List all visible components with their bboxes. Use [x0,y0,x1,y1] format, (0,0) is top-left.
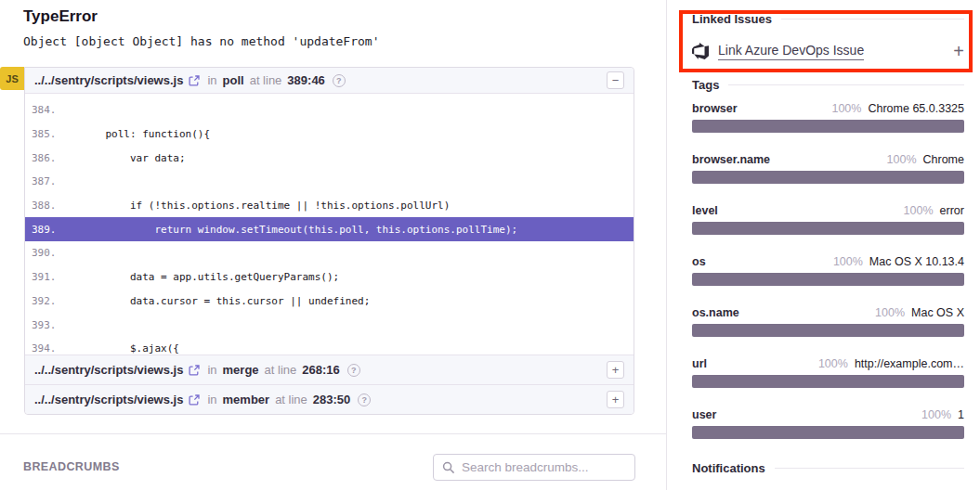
tag-distribution-bar[interactable] [692,273,964,286]
issue-detail-page: TypeError Object [object Object] has no … [0,0,980,490]
search-icon [442,461,455,474]
frame-file-link[interactable]: ../../sentry/scripts/views.js [34,393,183,406]
tag-distribution-bar[interactable] [692,324,964,337]
tag-row: browser 100% Chrome 65.0.3325 [692,102,964,115]
code-line: 385. poll: function(){ [25,122,634,147]
tag-row: url 100% http://example.com… [692,357,964,370]
tag-item: os 100% Mac OS X 10.13.4 [692,255,964,306]
linked-issues-title: Linked Issues [692,12,772,26]
header-rule [728,84,964,85]
stack-frame-header-merge[interactable]: ../../sentry/scripts/views.js in merge a… [25,355,634,384]
help-icon[interactable]: ? [333,74,346,87]
line-number: 388. [25,200,57,212]
search-input[interactable] [462,460,626,474]
line-number: 393. [25,319,57,331]
tag-list: browser 100% Chrome 65.0.3325 browser.na… [692,102,964,459]
frame-in-label: in [207,363,216,377]
frame-function-name: poll [223,73,244,87]
linked-issues-section-header: Linked Issues [692,12,964,26]
line-source: if (!this.options.realtime || !this.opti… [57,200,451,212]
error-type-title: TypeError [23,7,98,26]
tag-key: browser.name [692,153,770,166]
tag-value: http://example.com… [855,357,964,370]
line-source: $.ajax({ [57,342,179,355]
line-number: 392. [25,295,57,307]
open-in-new-icon[interactable] [189,365,200,376]
frame-file-link[interactable]: ../../sentry/scripts/views.js [34,363,183,377]
code-line: 388. if (!this.options.realtime || !this… [25,194,634,218]
tag-percent: 100% [875,306,905,319]
line-source: data = app.utils.getQueryParams(); [57,271,340,283]
expand-frame-button[interactable]: + [607,391,624,408]
collapse-frame-button[interactable]: − [607,71,624,89]
open-in-new-icon[interactable] [189,394,200,406]
tag-key: os [692,255,706,268]
header-rule [781,19,964,19]
code-line: 391. data = app.utils.getQueryParams(); [25,265,634,290]
tag-item: os.name 100% Mac OS X [692,306,964,357]
line-source: poll: function(){ [57,128,211,140]
frame-in-label: in [207,393,216,406]
frame-line-number: 268:16 [302,363,339,377]
tag-key: level [692,204,718,217]
tag-distribution-bar[interactable] [692,426,964,439]
frame-atline-label: at line [265,363,297,377]
frame-atline-label: at line [250,73,282,87]
tag-item: level 100% error [692,204,964,255]
code-line: 390. [25,241,634,265]
tag-value: error [940,204,964,217]
tag-value: Mac OS X [911,306,964,319]
tag-distribution-bar[interactable] [692,222,964,235]
line-source: return window.setTimeout(this.poll, this… [57,224,518,236]
linked-issues-row: Link Azure DevOps Issue + [692,39,964,63]
tag-distribution-bar[interactable] [692,375,964,388]
help-icon[interactable]: ? [347,364,360,377]
code-line: 393. [25,313,634,337]
tag-distribution-bar[interactable] [692,120,964,133]
section-divider [0,433,666,434]
code-line: 394. $.ajax({ [25,337,634,355]
link-azure-devops-issue-link[interactable]: Link Azure DevOps Issue [718,43,864,60]
tag-value: Mac OS X 10.13.4 [869,255,964,268]
tags-section-header: Tags [692,78,964,92]
tag-distribution-bar[interactable] [692,171,964,184]
language-badge: JS [0,67,24,90]
code-line: 387. [25,170,634,194]
code-line: 384. [25,98,634,122]
tag-percent: 100% [904,204,934,217]
azure-devops-icon [692,43,709,59]
code-line: 389. return window.setTimeout(this.poll,… [25,217,634,241]
add-linked-issue-button[interactable]: + [953,41,964,62]
line-number: 391. [25,271,57,283]
line-number: 387. [25,175,57,187]
tag-percent: 100% [831,102,861,115]
open-in-new-icon[interactable] [189,75,200,86]
line-number: 389. [25,224,57,236]
tag-value: Chrome 65.0.3325 [868,102,964,115]
line-number: 394. [25,342,57,355]
notifications-section-header: Notifications [692,461,964,475]
tag-value: Chrome [923,153,964,166]
code-snippet: 384. 385. poll: function(){ 386. var dat… [25,94,634,355]
tag-row: os 100% Mac OS X 10.13.4 [692,255,964,268]
line-number: 384. [25,104,57,116]
tag-percent: 100% [921,408,951,421]
sidebar-divider [666,0,667,490]
expand-frame-button[interactable]: + [607,361,624,379]
frame-in-label: in [207,73,216,87]
code-line: 392. data.cursor = this.cursor || undefi… [25,290,634,314]
stack-frame-header-poll[interactable]: ../../sentry/scripts/views.js in poll at… [25,68,634,94]
tag-row: user 100% 1 [692,408,964,421]
code-line: 386. var data; [25,146,634,170]
stack-frame-header-member[interactable]: ../../sentry/scripts/views.js in member … [25,384,634,414]
tag-value: 1 [958,408,964,421]
stack-trace-panel: ../../sentry/scripts/views.js in poll at… [24,67,634,415]
tag-percent: 100% [887,153,917,166]
breadcrumbs-search[interactable] [433,454,635,481]
tag-item: browser.name 100% Chrome [692,153,964,204]
tags-title: Tags [692,78,719,92]
header-rule [775,468,964,469]
help-icon[interactable]: ? [358,393,371,406]
frame-function-name: member [223,393,270,406]
frame-file-link[interactable]: ../../sentry/scripts/views.js [34,73,183,87]
